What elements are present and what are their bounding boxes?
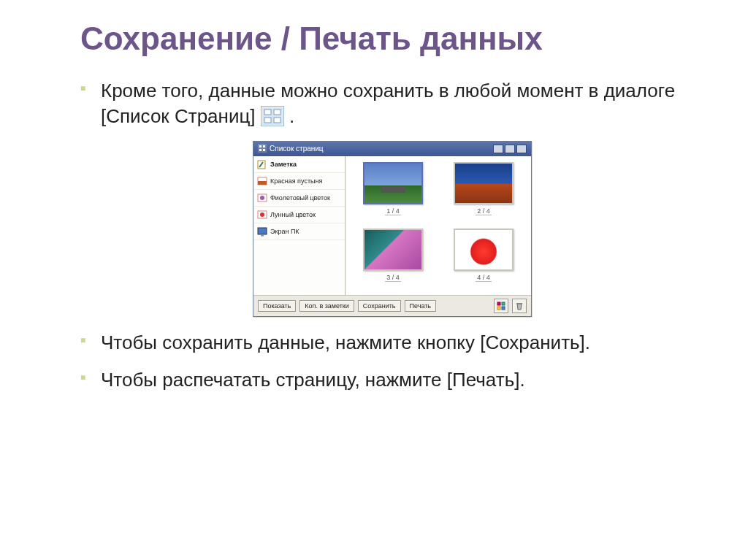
bullet-1-text-a: Кроме того, данные можно сохранить в люб… <box>101 80 675 127</box>
print-button[interactable]: Печать <box>405 300 436 312</box>
note-icon <box>257 159 267 169</box>
svg-rect-3 <box>274 118 280 123</box>
dialog-title: Список страниц <box>270 145 324 153</box>
svg-rect-0 <box>264 110 271 115</box>
svg-rect-20 <box>497 307 500 310</box>
dialog-titlebar: Список страниц <box>253 142 531 156</box>
sidebar-label-0: Заметка <box>270 161 297 168</box>
sidebar-item-desert[interactable]: Красная пустыня <box>253 173 345 190</box>
copy-to-notes-button[interactable]: Коп. в заметки <box>299 300 354 312</box>
sidebar-label-2: Фиолетовый цветок <box>270 194 330 202</box>
svg-rect-18 <box>497 302 500 305</box>
page-list-dialog: Список страниц Заметка Красная пу <box>253 141 532 317</box>
svg-rect-22 <box>516 303 522 304</box>
image-icon <box>257 193 267 203</box>
svg-rect-2 <box>264 118 271 123</box>
dialog-buttonbar: Показать Коп. в заметки Сохранить Печать <box>253 295 531 316</box>
bullet-3: Чтобы распечатать страницу, нажмите [Печ… <box>80 367 704 393</box>
grid-view-icon[interactable] <box>494 299 508 313</box>
svg-rect-17 <box>261 235 264 237</box>
svg-rect-16 <box>258 228 267 234</box>
monitor-icon <box>257 226 267 237</box>
sidebar-item-screen[interactable]: Экран ПК <box>253 223 345 240</box>
sidebar-item-moon[interactable]: Лунный цветок <box>253 207 345 223</box>
svg-point-15 <box>260 212 264 217</box>
thumbnail-1[interactable] <box>363 162 423 204</box>
svg-rect-21 <box>502 307 505 310</box>
minimize-button[interactable] <box>493 145 503 153</box>
sidebar-label-3: Лунный цветок <box>270 211 316 218</box>
app-icon <box>258 144 267 154</box>
maximize-button[interactable] <box>505 145 515 153</box>
bullet-2: Чтобы сохранить данные, нажмите кнопку [… <box>80 330 704 356</box>
bullet-1: Кроме того, данные можно сохранить в люб… <box>80 78 704 129</box>
thumbnail-grid: 1 / 4 2 / 4 3 / 4 4 / 4 <box>346 156 531 295</box>
close-button[interactable] <box>516 145 527 153</box>
svg-rect-19 <box>502 302 505 305</box>
show-button[interactable]: Показать <box>258 300 296 312</box>
save-button[interactable]: Сохранить <box>358 300 401 312</box>
thumb-label-1: 1 / 4 <box>385 207 401 215</box>
svg-rect-1 <box>274 110 280 115</box>
svg-rect-5 <box>259 145 262 147</box>
thumb-label-3: 3 / 4 <box>385 274 401 282</box>
sidebar-label-4: Экран ПК <box>270 228 299 235</box>
svg-rect-7 <box>259 149 262 151</box>
sidebar-item-note[interactable]: Заметка <box>253 156 345 173</box>
svg-rect-11 <box>258 181 267 185</box>
sidebar-item-violet[interactable]: Фиолетовый цветок <box>253 190 345 207</box>
trash-icon[interactable] <box>512 299 527 313</box>
thumbnail-2[interactable] <box>454 162 514 204</box>
thumb-label-2: 2 / 4 <box>476 207 492 215</box>
image-icon <box>257 176 267 186</box>
page-title: Сохранение / Печать данных <box>80 20 704 58</box>
bullet-1-text-b: . <box>289 105 294 127</box>
dialog-sidebar: Заметка Красная пустыня Фиолетовый цвето… <box>253 156 346 295</box>
thumbnail-3[interactable] <box>363 229 423 271</box>
thumbnail-4[interactable] <box>454 229 514 271</box>
svg-rect-6 <box>263 145 265 147</box>
sidebar-label-1: Красная пустыня <box>270 177 322 185</box>
svg-rect-4 <box>258 144 267 153</box>
thumb-label-4: 4 / 4 <box>476 274 492 282</box>
page-list-icon <box>261 106 284 126</box>
image-icon <box>257 210 267 220</box>
svg-rect-8 <box>263 149 265 151</box>
svg-point-13 <box>260 196 264 200</box>
